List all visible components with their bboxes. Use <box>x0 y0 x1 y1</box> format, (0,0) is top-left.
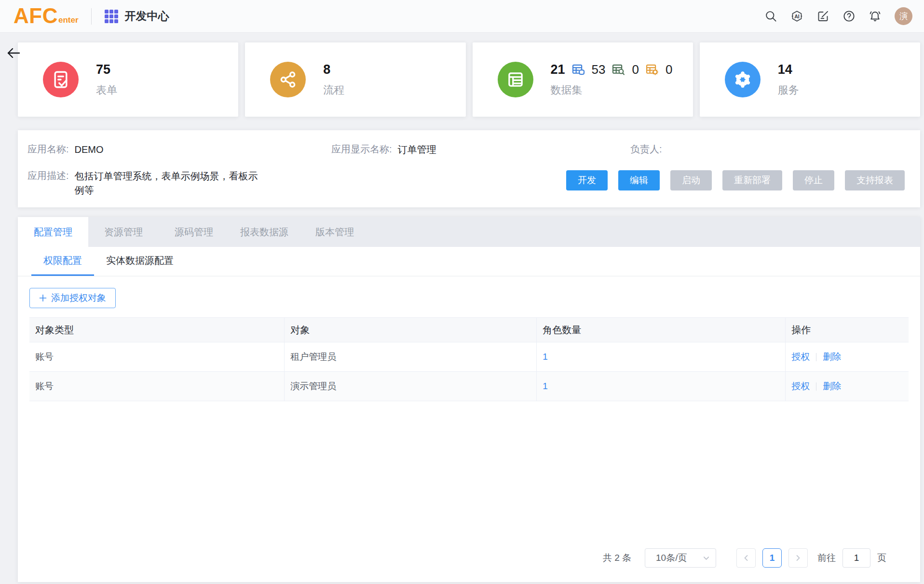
authorize-link[interactable]: 授权 <box>791 380 810 393</box>
chevron-left-icon <box>742 554 750 562</box>
delete-link[interactable]: 删除 <box>823 351 841 363</box>
page-size-value: 10条/页 <box>656 552 687 564</box>
role-count-link[interactable]: 1 <box>543 381 548 391</box>
app-display-name-field: 应用显示名称: 订单管理 <box>331 143 630 157</box>
navbar-actions: AI 演 <box>764 7 912 25</box>
stat-card-services: 14 服务 <box>700 42 920 117</box>
table-header-row: 对象类型 对象 角色数量 操作 <box>29 318 909 342</box>
role-count-link[interactable]: 1 <box>543 352 548 362</box>
tab-config-management[interactable]: 配置管理 <box>18 217 88 247</box>
ai-assistant-icon[interactable]: AI <box>790 10 803 23</box>
notification-bell-icon[interactable] <box>869 10 882 23</box>
app-desc-field: 应用描述: 包括订单管理系统，表单示例场景，看板示例等 <box>27 169 331 197</box>
header-object-type: 对象类型 <box>29 318 285 342</box>
workspace-grid-icon <box>104 9 119 24</box>
workspace-switcher[interactable]: 开发中心 <box>104 9 169 24</box>
app-display-name-value: 订单管理 <box>398 143 436 157</box>
dataset-extra-value: 53 <box>592 62 606 77</box>
dataset-counts-row: 21 53 0 0 <box>551 62 673 77</box>
dataset-extra-value: 0 <box>666 62 672 77</box>
afcenter-logo[interactable]: AFC enter <box>14 7 79 25</box>
page-title: 开发中心 <box>125 9 169 24</box>
form-stat-icon <box>43 62 79 97</box>
chevron-down-icon <box>703 555 710 562</box>
cell-object-type: 账号 <box>29 372 285 401</box>
nav-divider <box>91 8 92 25</box>
stat-value: 21 <box>551 62 565 77</box>
compose-icon[interactable] <box>816 10 829 23</box>
stat-value: 75 <box>96 62 117 77</box>
tab-source-management[interactable]: 源码管理 <box>159 217 229 247</box>
app-name-field: 应用名称: DEMO <box>27 143 331 157</box>
stat-card-datasets: 21 53 0 0 <box>473 42 693 117</box>
redeploy-button[interactable]: 重新部署 <box>722 170 782 190</box>
app-owner-field: 负责人: <box>630 143 905 157</box>
dataset-table-icon <box>498 62 533 97</box>
tab-version-management[interactable]: 版本管理 <box>299 217 370 247</box>
header-role-count: 角色数量 <box>537 318 786 342</box>
svg-text:AI: AI <box>794 14 800 19</box>
dataset-extra-value: 0 <box>632 62 639 77</box>
tab-report-datasource[interactable]: 报表数据源 <box>229 217 299 247</box>
stat-label: 流程 <box>323 83 344 97</box>
stat-label: 服务 <box>778 83 799 97</box>
stat-card-forms: 75 表单 <box>18 42 238 117</box>
goto-label: 前往 <box>817 552 836 564</box>
logo-main-text: AFC <box>14 7 58 25</box>
authorize-link[interactable]: 授权 <box>791 351 810 363</box>
dataset-search-icon <box>611 63 625 77</box>
app-action-buttons: 开发 编辑 启动 重新部署 停止 支持报表 <box>331 170 905 197</box>
plus-icon <box>39 294 47 302</box>
next-page-button[interactable] <box>788 548 808 568</box>
edit-button[interactable]: 编辑 <box>618 170 660 190</box>
stat-value: 8 <box>323 62 344 77</box>
top-navbar: AFC enter 开发中心 AI <box>0 0 924 33</box>
app-name-label: 应用名称: <box>27 143 69 156</box>
total-count: 共 2 条 <box>603 552 631 564</box>
flow-share-icon <box>270 62 306 97</box>
start-button[interactable]: 启动 <box>670 170 712 190</box>
dataset-gear-icon <box>645 63 659 77</box>
search-icon[interactable] <box>764 10 777 23</box>
add-authorization-label: 添加授权对象 <box>51 292 106 304</box>
subtab-entity-datasource-config[interactable]: 实体数据源配置 <box>94 247 186 276</box>
user-avatar[interactable]: 演 <box>895 7 912 25</box>
action-divider <box>816 382 816 391</box>
logo-sub-text: enter <box>58 15 79 25</box>
service-gear-icon <box>725 62 761 97</box>
support-report-button[interactable]: 支持报表 <box>845 170 905 190</box>
pagination-bar: 共 2 条 10条/页 1 前往 页 <box>29 548 909 582</box>
delete-link[interactable]: 删除 <box>823 380 841 393</box>
tab-strip: 配置管理 资源管理 源码管理 报表数据源 版本管理 <box>18 217 920 247</box>
add-authorization-button[interactable]: 添加授权对象 <box>29 288 116 308</box>
stop-button[interactable]: 停止 <box>793 170 834 190</box>
app-display-name-label: 应用显示名称: <box>331 143 392 156</box>
stat-label: 表单 <box>96 83 117 97</box>
authorization-table: 对象类型 对象 角色数量 操作 账号 租户管理员 1 授权 删除 <box>29 317 909 401</box>
subtab-permission-config[interactable]: 权限配置 <box>31 247 94 276</box>
table-row: 账号 演示管理员 1 授权 删除 <box>29 372 909 401</box>
table-row: 账号 租户管理员 1 授权 删除 <box>29 342 909 372</box>
main-panel: 配置管理 资源管理 源码管理 报表数据源 版本管理 权限配置 实体数据源配置 添… <box>18 217 920 582</box>
stat-value: 14 <box>778 62 799 77</box>
page-size-select[interactable]: 10条/页 <box>645 548 716 568</box>
app-name-value: DEMO <box>75 143 104 157</box>
back-arrow-button[interactable] <box>6 46 21 60</box>
stat-label: 数据集 <box>551 83 673 97</box>
action-divider <box>816 353 816 361</box>
app-owner-label: 负责人: <box>630 143 662 156</box>
goto-page-input[interactable] <box>842 548 870 568</box>
header-actions: 操作 <box>786 318 909 342</box>
app-desc-label: 应用描述: <box>27 169 69 182</box>
avatar-text: 演 <box>899 11 908 22</box>
cell-object: 演示管理员 <box>285 372 537 401</box>
header-object: 对象 <box>285 318 537 342</box>
app-desc-value: 包括订单管理系统，表单示例场景，看板示例等 <box>75 169 258 197</box>
cell-object-type: 账号 <box>29 342 285 372</box>
cell-object: 租户管理员 <box>285 342 537 372</box>
develop-button[interactable]: 开发 <box>566 170 608 190</box>
prev-page-button[interactable] <box>736 548 756 568</box>
tab-resource-management[interactable]: 资源管理 <box>88 217 159 247</box>
page-number-button[interactable]: 1 <box>762 548 782 568</box>
help-icon[interactable] <box>842 10 856 23</box>
